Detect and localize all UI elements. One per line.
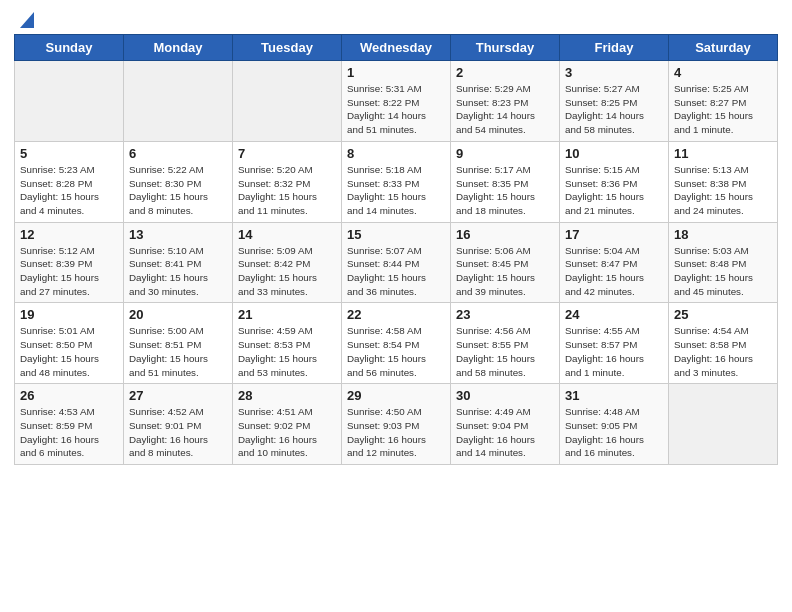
day-info: Sunrise: 5:25 AM Sunset: 8:27 PM Dayligh… (674, 82, 772, 137)
calendar-cell (124, 61, 233, 142)
calendar-cell: 29Sunrise: 4:50 AM Sunset: 9:03 PM Dayli… (342, 384, 451, 465)
day-number: 31 (565, 388, 663, 403)
day-info: Sunrise: 5:13 AM Sunset: 8:38 PM Dayligh… (674, 163, 772, 218)
day-info: Sunrise: 5:12 AM Sunset: 8:39 PM Dayligh… (20, 244, 118, 299)
day-number: 8 (347, 146, 445, 161)
calendar-week-row: 12Sunrise: 5:12 AM Sunset: 8:39 PM Dayli… (15, 222, 778, 303)
day-number: 21 (238, 307, 336, 322)
day-info: Sunrise: 5:09 AM Sunset: 8:42 PM Dayligh… (238, 244, 336, 299)
day-info: Sunrise: 4:54 AM Sunset: 8:58 PM Dayligh… (674, 324, 772, 379)
day-number: 12 (20, 227, 118, 242)
calendar-cell: 19Sunrise: 5:01 AM Sunset: 8:50 PM Dayli… (15, 303, 124, 384)
calendar-cell: 15Sunrise: 5:07 AM Sunset: 8:44 PM Dayli… (342, 222, 451, 303)
calendar-cell: 18Sunrise: 5:03 AM Sunset: 8:48 PM Dayli… (669, 222, 778, 303)
day-number: 6 (129, 146, 227, 161)
calendar-cell: 1Sunrise: 5:31 AM Sunset: 8:22 PM Daylig… (342, 61, 451, 142)
weekday-header: Tuesday (233, 35, 342, 61)
day-info: Sunrise: 5:07 AM Sunset: 8:44 PM Dayligh… (347, 244, 445, 299)
day-number: 13 (129, 227, 227, 242)
calendar-cell: 13Sunrise: 5:10 AM Sunset: 8:41 PM Dayli… (124, 222, 233, 303)
day-info: Sunrise: 5:15 AM Sunset: 8:36 PM Dayligh… (565, 163, 663, 218)
day-number: 18 (674, 227, 772, 242)
day-number: 14 (238, 227, 336, 242)
calendar-cell (669, 384, 778, 465)
calendar-cell: 27Sunrise: 4:52 AM Sunset: 9:01 PM Dayli… (124, 384, 233, 465)
logo-icon (16, 8, 38, 30)
day-number: 3 (565, 65, 663, 80)
day-number: 10 (565, 146, 663, 161)
day-number: 5 (20, 146, 118, 161)
day-info: Sunrise: 4:52 AM Sunset: 9:01 PM Dayligh… (129, 405, 227, 460)
calendar-cell (15, 61, 124, 142)
day-info: Sunrise: 5:10 AM Sunset: 8:41 PM Dayligh… (129, 244, 227, 299)
day-info: Sunrise: 5:03 AM Sunset: 8:48 PM Dayligh… (674, 244, 772, 299)
calendar-cell: 30Sunrise: 4:49 AM Sunset: 9:04 PM Dayli… (451, 384, 560, 465)
day-number: 9 (456, 146, 554, 161)
calendar-cell: 8Sunrise: 5:18 AM Sunset: 8:33 PM Daylig… (342, 141, 451, 222)
day-info: Sunrise: 5:17 AM Sunset: 8:35 PM Dayligh… (456, 163, 554, 218)
day-number: 27 (129, 388, 227, 403)
day-info: Sunrise: 5:22 AM Sunset: 8:30 PM Dayligh… (129, 163, 227, 218)
day-number: 17 (565, 227, 663, 242)
calendar-cell: 12Sunrise: 5:12 AM Sunset: 8:39 PM Dayli… (15, 222, 124, 303)
header (14, 10, 778, 30)
day-number: 19 (20, 307, 118, 322)
day-number: 25 (674, 307, 772, 322)
day-info: Sunrise: 5:31 AM Sunset: 8:22 PM Dayligh… (347, 82, 445, 137)
calendar-cell: 22Sunrise: 4:58 AM Sunset: 8:54 PM Dayli… (342, 303, 451, 384)
calendar-header-row: SundayMondayTuesdayWednesdayThursdayFrid… (15, 35, 778, 61)
calendar-cell: 5Sunrise: 5:23 AM Sunset: 8:28 PM Daylig… (15, 141, 124, 222)
day-info: Sunrise: 5:18 AM Sunset: 8:33 PM Dayligh… (347, 163, 445, 218)
day-info: Sunrise: 4:56 AM Sunset: 8:55 PM Dayligh… (456, 324, 554, 379)
day-info: Sunrise: 5:27 AM Sunset: 8:25 PM Dayligh… (565, 82, 663, 137)
calendar-cell: 23Sunrise: 4:56 AM Sunset: 8:55 PM Dayli… (451, 303, 560, 384)
calendar-cell: 7Sunrise: 5:20 AM Sunset: 8:32 PM Daylig… (233, 141, 342, 222)
calendar-cell: 16Sunrise: 5:06 AM Sunset: 8:45 PM Dayli… (451, 222, 560, 303)
calendar-cell: 28Sunrise: 4:51 AM Sunset: 9:02 PM Dayli… (233, 384, 342, 465)
calendar-cell: 9Sunrise: 5:17 AM Sunset: 8:35 PM Daylig… (451, 141, 560, 222)
day-number: 4 (674, 65, 772, 80)
day-info: Sunrise: 5:29 AM Sunset: 8:23 PM Dayligh… (456, 82, 554, 137)
day-info: Sunrise: 4:48 AM Sunset: 9:05 PM Dayligh… (565, 405, 663, 460)
day-info: Sunrise: 5:04 AM Sunset: 8:47 PM Dayligh… (565, 244, 663, 299)
calendar-cell: 31Sunrise: 4:48 AM Sunset: 9:05 PM Dayli… (560, 384, 669, 465)
day-number: 2 (456, 65, 554, 80)
day-info: Sunrise: 4:58 AM Sunset: 8:54 PM Dayligh… (347, 324, 445, 379)
logo-area (14, 10, 38, 30)
day-info: Sunrise: 5:06 AM Sunset: 8:45 PM Dayligh… (456, 244, 554, 299)
calendar-cell: 11Sunrise: 5:13 AM Sunset: 8:38 PM Dayli… (669, 141, 778, 222)
calendar-week-row: 26Sunrise: 4:53 AM Sunset: 8:59 PM Dayli… (15, 384, 778, 465)
weekday-header: Sunday (15, 35, 124, 61)
calendar-cell: 6Sunrise: 5:22 AM Sunset: 8:30 PM Daylig… (124, 141, 233, 222)
day-number: 28 (238, 388, 336, 403)
day-number: 24 (565, 307, 663, 322)
svg-marker-0 (20, 12, 34, 28)
calendar-cell: 21Sunrise: 4:59 AM Sunset: 8:53 PM Dayli… (233, 303, 342, 384)
calendar-cell: 10Sunrise: 5:15 AM Sunset: 8:36 PM Dayli… (560, 141, 669, 222)
calendar-cell: 3Sunrise: 5:27 AM Sunset: 8:25 PM Daylig… (560, 61, 669, 142)
day-info: Sunrise: 5:23 AM Sunset: 8:28 PM Dayligh… (20, 163, 118, 218)
day-info: Sunrise: 5:20 AM Sunset: 8:32 PM Dayligh… (238, 163, 336, 218)
weekday-header: Friday (560, 35, 669, 61)
day-info: Sunrise: 4:59 AM Sunset: 8:53 PM Dayligh… (238, 324, 336, 379)
day-number: 26 (20, 388, 118, 403)
day-number: 16 (456, 227, 554, 242)
day-number: 7 (238, 146, 336, 161)
calendar-cell: 17Sunrise: 5:04 AM Sunset: 8:47 PM Dayli… (560, 222, 669, 303)
weekday-header: Wednesday (342, 35, 451, 61)
day-info: Sunrise: 5:00 AM Sunset: 8:51 PM Dayligh… (129, 324, 227, 379)
day-info: Sunrise: 4:53 AM Sunset: 8:59 PM Dayligh… (20, 405, 118, 460)
calendar-cell: 26Sunrise: 4:53 AM Sunset: 8:59 PM Dayli… (15, 384, 124, 465)
day-number: 1 (347, 65, 445, 80)
day-number: 29 (347, 388, 445, 403)
day-info: Sunrise: 5:01 AM Sunset: 8:50 PM Dayligh… (20, 324, 118, 379)
day-info: Sunrise: 4:50 AM Sunset: 9:03 PM Dayligh… (347, 405, 445, 460)
calendar-week-row: 1Sunrise: 5:31 AM Sunset: 8:22 PM Daylig… (15, 61, 778, 142)
day-info: Sunrise: 4:49 AM Sunset: 9:04 PM Dayligh… (456, 405, 554, 460)
calendar-cell: 14Sunrise: 5:09 AM Sunset: 8:42 PM Dayli… (233, 222, 342, 303)
weekday-header: Saturday (669, 35, 778, 61)
calendar-week-row: 19Sunrise: 5:01 AM Sunset: 8:50 PM Dayli… (15, 303, 778, 384)
calendar-cell: 4Sunrise: 5:25 AM Sunset: 8:27 PM Daylig… (669, 61, 778, 142)
calendar-cell: 24Sunrise: 4:55 AM Sunset: 8:57 PM Dayli… (560, 303, 669, 384)
day-number: 30 (456, 388, 554, 403)
